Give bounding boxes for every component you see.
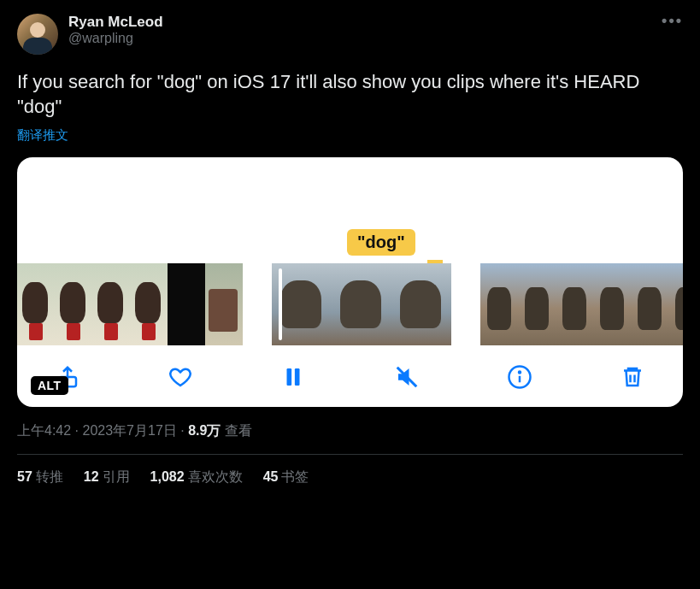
likes-stat[interactable]: 1,082喜欢次数	[150, 468, 243, 486]
media-toolbar	[17, 345, 683, 392]
views-label: 查看	[221, 423, 251, 438]
tweet-text: If you search for "dog" on iOS 17 it'll …	[17, 70, 683, 119]
bookmarks-stat[interactable]: 45书签	[263, 468, 309, 486]
views-count: 8.9万	[188, 423, 221, 438]
pause-icon[interactable]	[279, 362, 308, 392]
more-button[interactable]: •••	[662, 12, 683, 30]
quotes-stat[interactable]: 12引用	[84, 468, 130, 486]
thumbnail	[205, 263, 243, 345]
tweet-header: Ryan McLeod @warpling •••	[17, 14, 683, 55]
video-timeline[interactable]	[17, 263, 683, 345]
clip-group-1[interactable]	[17, 263, 243, 345]
svg-rect-1	[287, 368, 292, 386]
display-name: Ryan McLeod	[68, 14, 163, 31]
handle: @warpling	[68, 31, 163, 46]
avatar[interactable]	[17, 14, 58, 55]
clip-group-3[interactable]	[480, 263, 683, 345]
thumbnail	[272, 263, 332, 345]
thumbnail	[556, 263, 593, 345]
media-card[interactable]: "dog"	[17, 157, 683, 407]
svg-point-6	[519, 372, 521, 374]
speech-tag: "dog"	[347, 229, 415, 256]
retweets-stat[interactable]: 57转推	[17, 468, 63, 486]
tweet-time[interactable]: 上午4:42	[17, 423, 71, 438]
thumbnail	[332, 263, 391, 345]
thumbnail	[631, 263, 668, 345]
tweet-date[interactable]: 2023年7月17日	[82, 423, 176, 438]
info-icon[interactable]	[505, 362, 534, 392]
tweet-meta: 上午4:42 · 2023年7月17日 · 8.9万 查看	[17, 422, 683, 440]
svg-rect-2	[295, 368, 300, 386]
trash-icon[interactable]	[618, 362, 647, 392]
thumbnail	[17, 263, 55, 345]
media-top-area: "dog"	[17, 168, 683, 263]
thumbnail	[92, 263, 130, 345]
alt-badge[interactable]: ALT	[31, 376, 68, 395]
thumbnail	[668, 263, 683, 345]
thumbnail	[391, 263, 451, 345]
thumbnail	[168, 263, 205, 345]
translate-link[interactable]: 翻译推文	[17, 127, 68, 144]
thumbnail	[593, 263, 631, 345]
heart-icon[interactable]	[166, 362, 195, 392]
author-block[interactable]: Ryan McLeod @warpling	[68, 14, 163, 46]
thumbnail	[130, 263, 168, 345]
thumbnail	[55, 263, 92, 345]
tweet-container: Ryan McLeod @warpling ••• If you search …	[0, 0, 700, 486]
tweet-stats: 57转推 12引用 1,082喜欢次数 45书签	[17, 455, 683, 486]
clip-group-2[interactable]	[272, 263, 451, 345]
mute-icon[interactable]	[392, 362, 421, 392]
thumbnail	[518, 263, 556, 345]
thumbnail	[480, 263, 518, 345]
